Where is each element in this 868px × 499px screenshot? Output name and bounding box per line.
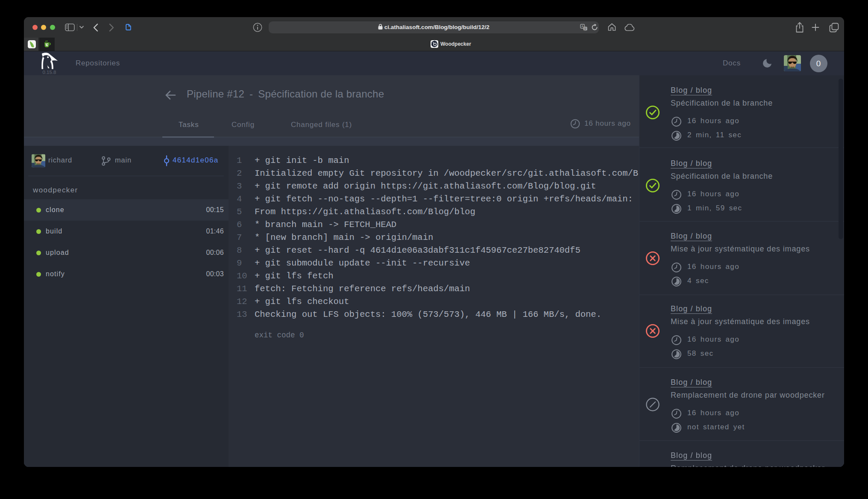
svg-text:A: A bbox=[581, 24, 584, 28]
svg-text:文: 文 bbox=[584, 27, 587, 31]
